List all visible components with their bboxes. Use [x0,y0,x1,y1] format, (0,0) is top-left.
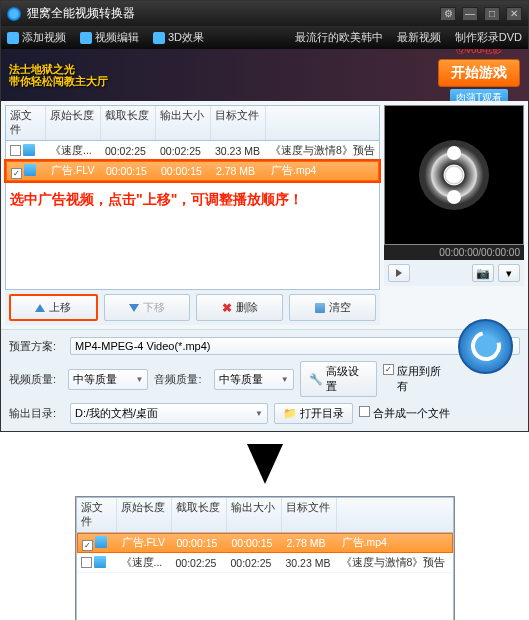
add-video-button[interactable]: 添加视频 [7,30,66,45]
file-table-2: 源文件 原始长度 截取长度 输出大小 目标文件 ✓广告.FLV00:00:150… [76,497,454,620]
table-header-2: 源文件 原始长度 截取长度 输出大小 目标文件 [77,498,453,533]
x-icon: ✖ [222,301,232,315]
apply-all-checkbox[interactable]: ✓应用到所有 [383,364,450,394]
preview-area [384,105,524,245]
toolbar: 添加视频 视频编辑 3D效果 最流行的欧美韩中 最新视频 制作彩录DVD [1,26,528,49]
play-button[interactable] [388,264,410,282]
col-target[interactable]: 目标文件 [211,106,266,140]
table-body-2: ✓广告.FLV00:00:1500:00:152.78 MB广告.mp4《速度.… [77,533,453,620]
edit-icon [80,32,92,44]
merge-checkbox[interactable]: 合并成一个文件 [359,406,450,421]
cell-target: 广告.mp4 [338,534,452,552]
result-window: 源文件 原始长度 截取长度 输出大小 目标文件 ✓广告.FLV00:00:150… [75,496,455,620]
aq-label: 音频质量: [154,372,207,387]
cell-d1: 00:00:15 [102,163,157,179]
app-logo-icon [7,7,21,21]
cell-target: 广告.mp4 [267,162,378,180]
banner-text: 法士地狱之光 带你轻松闯教主大厅 [9,63,108,87]
col-size[interactable]: 输出大小 [156,106,211,140]
delete-button[interactable]: ✖删除 [196,294,283,321]
cell-d1: 00:02:25 [101,143,156,159]
aq-select[interactable]: 中等质量▼ [214,369,294,390]
clear-icon [315,303,325,313]
cell-d2: 00:02:25 [156,143,211,159]
cell-d2: 00:02:25 [227,555,282,571]
link-1[interactable]: 最流行的欧美韩中 [295,30,383,45]
cell-size: 2.78 MB [212,163,267,179]
out-path[interactable]: D:/我的文档/桌面▼ [70,403,268,424]
window-title: 狸窝全能视频转换器 [27,5,434,22]
3d-effect-button[interactable]: 3D效果 [153,30,204,45]
row-checkbox[interactable] [10,145,21,156]
button-row: 上移 下移 ✖删除 清空 [5,290,380,325]
minimize-button[interactable]: — [462,7,478,21]
convert-button[interactable] [458,319,513,374]
annotation-text: 选中广告视频，点击"上移"，可调整播放顺序！ [6,181,379,219]
file-icon [24,164,36,176]
cell-target: 《速度与激情8》预告 [337,554,453,572]
cell-size: 30.23 MB [211,143,266,159]
cell-target: 《速度与激情8》预告 [266,142,379,160]
vq-label: 视频质量: [9,372,62,387]
cell-d2: 00:00:15 [228,535,283,551]
vq-select[interactable]: 中等质量▼ [68,369,148,390]
cell-size: 30.23 MB [282,555,337,571]
table-body: 《速度...00:02:2500:02:2530.23 MB《速度与激情8》预告… [6,141,379,289]
advanced-button[interactable]: 🔧高级设置 [300,361,377,397]
cell-name: 广告.FLV [118,534,173,552]
preset-label: 预置方案: [9,339,64,354]
cell-name: 《速度... [117,554,172,572]
file-icon [94,556,106,568]
video-edit-button[interactable]: 视频编辑 [80,30,139,45]
row-checkbox[interactable] [81,557,92,568]
play-icon [396,269,402,277]
titlebar: 狸窝全能视频转换器 ⚙ — □ ✕ [1,1,528,26]
player-controls: 📷 ▾ [384,260,524,286]
big-arrow-icon [247,444,283,484]
col-orig-len[interactable]: 原始长度 [46,106,101,140]
move-down-button[interactable]: 下移 [104,294,191,321]
move-up-button[interactable]: 上移 [9,294,98,321]
out-label: 输出目录: [9,406,64,421]
row-checkbox[interactable]: ✓ [82,540,93,551]
row-checkbox[interactable]: ✓ [11,168,22,179]
time-display: 00:00:00/00:00:00 [384,245,524,260]
close-button[interactable]: ✕ [506,7,522,21]
player-menu-button[interactable]: ▾ [498,264,520,282]
table-row[interactable]: ✓广告.FLV00:00:1500:00:152.78 MB广告.mp4 [6,161,379,181]
cell-size: 2.78 MB [283,535,338,551]
vod-label: Ⓠvod电影 [456,49,502,57]
ad-banner[interactable]: 法士地狱之光 带你轻松闯教主大厅 Ⓠvod电影 开始游戏 肉蒲T观看 [1,49,528,101]
start-game-button[interactable]: 开始游戏 [438,59,520,87]
3d-icon [153,32,165,44]
table-row[interactable]: 《速度...00:02:2500:02:2530.23 MB《速度与激情8》预告 [77,553,453,573]
cell-d1: 00:02:25 [172,555,227,571]
file-table: 源文件 原始长度 截取长度 输出大小 目标文件 《速度...00:02:2500… [5,105,380,290]
cell-d1: 00:00:15 [173,535,228,551]
table-header: 源文件 原始长度 截取长度 输出大小 目标文件 [6,106,379,141]
down-arrow-icon [129,304,139,312]
up-arrow-icon [35,304,45,312]
clear-button[interactable]: 清空 [289,294,376,321]
link-2[interactable]: 最新视频 [397,30,441,45]
open-dir-button[interactable]: 📁打开目录 [274,403,353,424]
cell-d2: 00:00:15 [157,163,212,179]
mini-ad-button[interactable]: 肉蒲T观看 [450,89,508,101]
settings-panel: 预置方案: MP4-MPEG-4 Video(*.mp4)▼ 视频质量: 中等质… [1,329,528,431]
settings-button[interactable]: ⚙ [440,7,456,21]
table-row[interactable]: 《速度...00:02:2500:02:2530.23 MB《速度与激情8》预告 [6,141,379,161]
col-clip-len[interactable]: 截取长度 [101,106,156,140]
cell-name: 广告.FLV [47,162,102,180]
file-icon [95,536,107,548]
preset-select[interactable]: MP4-MPEG-4 Video(*.mp4)▼ [70,337,520,355]
link-3[interactable]: 制作彩录DVD [455,30,522,45]
cell-name: 《速度... [46,142,101,160]
maximize-button[interactable]: □ [484,7,500,21]
plus-icon [7,32,19,44]
convert-icon [465,326,506,367]
col-source[interactable]: 源文件 [6,106,46,140]
snapshot-button[interactable]: 📷 [472,264,494,282]
table-row[interactable]: ✓广告.FLV00:00:1500:00:152.78 MB广告.mp4 [77,533,453,553]
main-window: 狸窝全能视频转换器 ⚙ — □ ✕ 添加视频 视频编辑 3D效果 最流行的欧美韩… [0,0,529,432]
film-reel-icon [419,140,489,210]
